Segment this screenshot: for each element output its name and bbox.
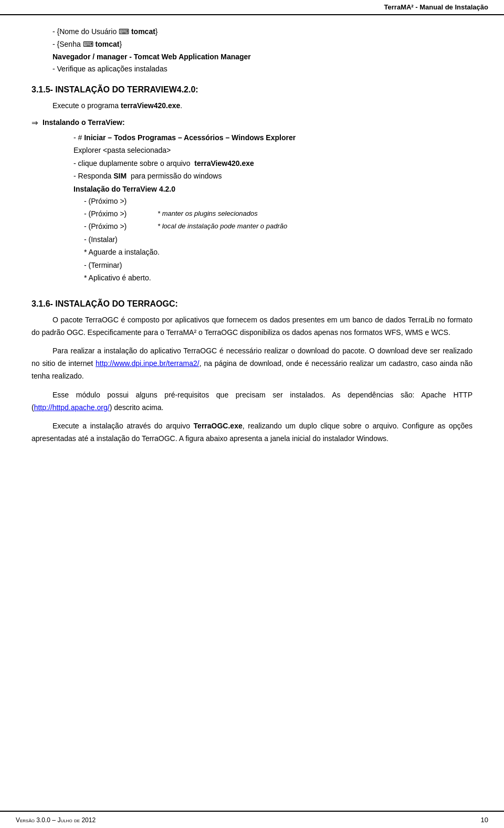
step-11: - (Terminar) (84, 259, 472, 272)
para-316-2: Para realizar a instalação do aplicativo… (32, 345, 472, 382)
section-316-heading: 3.1.6- INSTALAÇÃO DO TERRAOGC: (32, 299, 472, 309)
para-316-1: O pacote TerraOGC é composto por aplicat… (32, 314, 472, 339)
para-316-3: Esse módulo possui alguns pré-requisitos… (32, 389, 472, 414)
step-4: - Responda SIM para permissão do windows (74, 170, 472, 183)
para-316-4: Execute a instalação através do arquivo … (32, 420, 472, 445)
page-footer: Versão 3.0.0 – Julho de 2012 10 (0, 811, 504, 828)
footer-version: Versão 3.0.0 – Julho de 2012 (16, 816, 96, 824)
step-1: - # Iniciar – Todos Programas – Acessóri… (74, 131, 472, 144)
footer-page-number: 10 (481, 816, 488, 824)
step-7: - (Próximo >) * manter os plugins seleci… (84, 208, 472, 221)
step-3: - clique duplamente sobre o arquivo terr… (74, 157, 472, 170)
section-315-heading: 3.1.5- INSTALAÇÃO DO TERRAVIEW4.2.0: (32, 85, 472, 95)
intro-line-3: Navegador / manager - Tomcat Web Applica… (52, 51, 472, 64)
install-steps: - # Iniciar – Todos Programas – Acessóri… (74, 131, 472, 285)
arrow-icon: ⇒ (32, 117, 38, 129)
step-6: - (Próximo >) (84, 195, 472, 208)
installing-terravview-line: ⇒ Instalando o TerraView: (32, 117, 472, 129)
step-12: * Aplicativo é aberto. (84, 271, 472, 285)
step-5: Instalação do TerraView 4.2.0 (74, 183, 472, 196)
installing-label: Instalando o TerraView: (43, 118, 125, 127)
step-9: - (Instalar) (84, 233, 472, 246)
page-content: - {Nome do Usuário ⌨ tomcat} - {Senha ⌨ … (0, 15, 504, 483)
link-apache[interactable]: http://httpd.apache.org/ (34, 403, 110, 412)
header-title: TerraMA² - Manual de Instalação (384, 3, 488, 11)
intro-line-2: - {Senha ⌨ tomcat} (52, 38, 472, 51)
link-terrama2[interactable]: http://www.dpi.inpe.br/terrama2/ (96, 359, 200, 368)
execute-line: Execute o programa terraView420.exe. (52, 100, 472, 112)
step-8: - (Próximo >) * local de instalação pode… (84, 221, 472, 233)
intro-line-1: - {Nome do Usuário ⌨ tomcat} (52, 26, 472, 38)
page-header: TerraMA² - Manual de Instalação (0, 0, 504, 15)
step-2: Explorer <pasta selecionada> (74, 144, 472, 157)
intro-line-4: - Verifique as aplicações instaladas (52, 63, 472, 76)
step-10: * Aguarde a instalação. (84, 246, 472, 259)
page-container: TerraMA² - Manual de Instalação - {Nome … (0, 0, 504, 828)
